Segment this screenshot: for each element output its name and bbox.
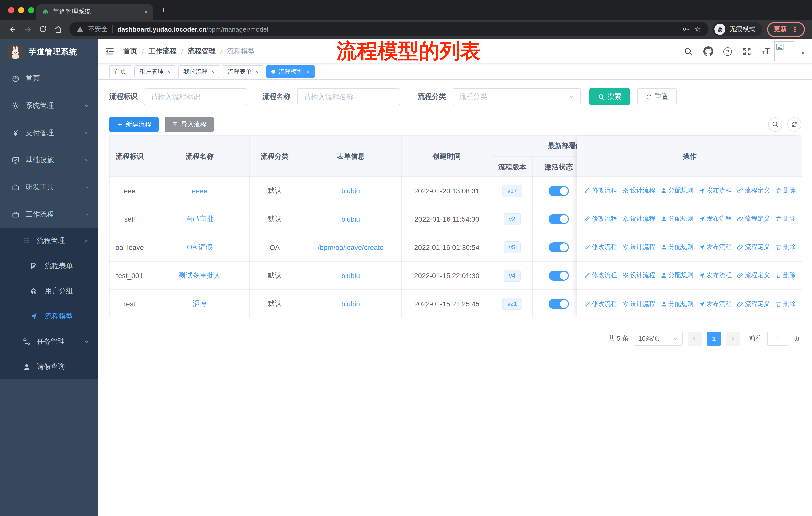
process-name-link[interactable]: 自己审批 bbox=[185, 214, 214, 223]
sidebar-item-process-model[interactable]: 流程模型 bbox=[0, 304, 98, 329]
reset-button[interactable]: 重置 bbox=[637, 88, 676, 105]
tag-close-icon[interactable]: × bbox=[211, 69, 214, 75]
tab-close-icon[interactable]: × bbox=[144, 8, 148, 15]
breadcrumb-item-1[interactable]: 工作流程 bbox=[148, 47, 177, 56]
process-name-link[interactable]: eeee bbox=[192, 187, 207, 195]
tag-close-icon[interactable]: × bbox=[255, 69, 259, 75]
next-page-button[interactable] bbox=[726, 332, 740, 346]
import-process-button[interactable]: 导入流程 bbox=[165, 117, 214, 132]
avatar[interactable] bbox=[774, 41, 794, 61]
action-design-link[interactable]: 设计流程 bbox=[622, 215, 655, 223]
refresh-table-button[interactable] bbox=[787, 117, 802, 132]
action-delete-link[interactable]: 删除 bbox=[775, 300, 795, 308]
fullscreen-icon[interactable] bbox=[742, 47, 752, 56]
show-search-button[interactable] bbox=[768, 117, 782, 132]
action-delete-link[interactable]: 删除 bbox=[775, 271, 795, 280]
sidebar-item-devtools[interactable]: 研发工具 bbox=[0, 174, 98, 201]
form-info-link[interactable]: biubiu bbox=[341, 271, 360, 279]
action-delete-link[interactable]: 删除 bbox=[775, 186, 795, 195]
tag-process-model[interactable]: 流程模型× bbox=[266, 65, 315, 78]
tag-tenant[interactable]: 租户管理× bbox=[135, 65, 175, 78]
action-edit-link[interactable]: 修改流程 bbox=[584, 186, 617, 195]
hamburger-fold-icon[interactable] bbox=[105, 46, 115, 56]
goto-page-input[interactable] bbox=[767, 332, 788, 346]
action-edit-link[interactable]: 修改流程 bbox=[584, 300, 617, 308]
sidebar-item-leave-query[interactable]: 请假查询 bbox=[0, 354, 98, 379]
new-tab-button[interactable]: + bbox=[161, 5, 166, 16]
action-publish-link[interactable]: 发布流程 bbox=[698, 186, 732, 195]
key-icon[interactable] bbox=[682, 25, 690, 33]
filter-key-input[interactable] bbox=[144, 88, 247, 105]
search-icon[interactable] bbox=[684, 47, 693, 56]
action-definition-link[interactable]: 流程定义 bbox=[737, 271, 770, 280]
filter-category-select[interactable]: 流程分类 bbox=[453, 88, 581, 105]
sidebar-item-user-group[interactable]: 用户分组 bbox=[0, 279, 98, 304]
action-assign-link[interactable]: 分配规则 bbox=[660, 186, 693, 195]
sidebar-item-infra[interactable]: 基础设施 bbox=[0, 147, 98, 174]
action-edit-link[interactable]: 修改流程 bbox=[584, 271, 617, 280]
caret-down-icon[interactable]: ▾ bbox=[802, 50, 805, 56]
form-info-link[interactable]: biubiu bbox=[341, 187, 360, 195]
help-icon[interactable]: ? bbox=[723, 47, 732, 56]
browser-tab[interactable]: 芋道管理系统 × bbox=[36, 4, 153, 20]
tag-close-icon[interactable]: × bbox=[167, 69, 170, 75]
home-icon[interactable] bbox=[50, 22, 65, 37]
process-name-link[interactable]: 滔博 bbox=[193, 299, 207, 308]
breadcrumb-item-0[interactable]: 首页 bbox=[123, 47, 138, 56]
tag-close-icon[interactable]: × bbox=[306, 69, 310, 75]
reload-icon[interactable] bbox=[35, 22, 50, 37]
action-definition-link[interactable]: 流程定义 bbox=[737, 215, 770, 223]
browser-update-button[interactable]: 更新 ⋮ bbox=[767, 22, 805, 36]
prev-page-button[interactable] bbox=[688, 332, 702, 346]
action-design-link[interactable]: 设计流程 bbox=[622, 271, 655, 280]
active-toggle[interactable] bbox=[549, 270, 569, 280]
forward-icon[interactable] bbox=[20, 22, 35, 37]
minimize-window-button[interactable] bbox=[18, 7, 24, 13]
address-bar[interactable]: 不安全 dashboard.yudao.iocoder.cn/bpm/manag… bbox=[69, 22, 708, 36]
action-delete-link[interactable]: 删除 bbox=[775, 243, 795, 251]
action-edit-link[interactable]: 修改流程 bbox=[584, 215, 617, 223]
active-toggle[interactable] bbox=[549, 299, 569, 309]
sidebar-item-workflow[interactable]: 工作流程 bbox=[0, 201, 98, 228]
tag-process-form[interactable]: 流程表单× bbox=[223, 65, 264, 78]
process-name-link[interactable]: OA 请假 bbox=[187, 243, 213, 252]
action-assign-link[interactable]: 分配规则 bbox=[660, 300, 693, 308]
bookmark-star-icon[interactable]: ☆ bbox=[694, 25, 701, 34]
sidebar-item-payment[interactable]: 支付管理 bbox=[0, 119, 98, 147]
action-publish-link[interactable]: 发布流程 bbox=[698, 243, 732, 251]
back-icon[interactable] bbox=[5, 22, 20, 37]
page-size-select[interactable]: 10条/页 bbox=[634, 332, 683, 346]
breadcrumb-item-2[interactable]: 流程管理 bbox=[188, 47, 216, 56]
close-window-button[interactable] bbox=[8, 7, 14, 13]
sidebar-item-task-mgmt[interactable]: 任务管理 bbox=[0, 329, 98, 354]
action-assign-link[interactable]: 分配规则 bbox=[660, 243, 693, 251]
form-info-link[interactable]: biubiu bbox=[341, 300, 360, 308]
action-publish-link[interactable]: 发布流程 bbox=[698, 300, 732, 308]
github-icon[interactable] bbox=[703, 46, 713, 56]
process-name-link[interactable]: 测试多审批人 bbox=[178, 271, 221, 280]
browser-menu-icon[interactable]: ⋮ bbox=[791, 25, 799, 33]
create-process-button[interactable]: 新建流程 bbox=[109, 117, 158, 132]
active-toggle[interactable] bbox=[549, 214, 569, 224]
active-toggle[interactable] bbox=[549, 186, 569, 196]
action-design-link[interactable]: 设计流程 bbox=[622, 243, 655, 251]
action-definition-link[interactable]: 流程定义 bbox=[737, 300, 770, 308]
action-definition-link[interactable]: 流程定义 bbox=[737, 243, 770, 251]
action-publish-link[interactable]: 发布流程 bbox=[698, 271, 732, 280]
sidebar-item-process-form[interactable]: 流程表单 bbox=[0, 253, 98, 279]
sidebar-item-system[interactable]: 系统管理 bbox=[0, 92, 98, 119]
action-design-link[interactable]: 设计流程 bbox=[622, 186, 655, 195]
sidebar-item-process-mgmt[interactable]: 流程管理 bbox=[0, 228, 98, 253]
action-assign-link[interactable]: 分配规则 bbox=[660, 271, 693, 280]
action-definition-link[interactable]: 流程定义 bbox=[737, 186, 770, 195]
action-delete-link[interactable]: 删除 bbox=[775, 215, 795, 223]
active-toggle[interactable] bbox=[549, 242, 569, 252]
action-design-link[interactable]: 设计流程 bbox=[622, 300, 655, 308]
filter-name-input[interactable] bbox=[297, 88, 400, 105]
action-publish-link[interactable]: 发布流程 bbox=[698, 215, 732, 223]
font-size-icon[interactable]: TT bbox=[762, 47, 770, 56]
form-info-link[interactable]: /bpm/oa/leave/create bbox=[318, 243, 384, 251]
action-assign-link[interactable]: 分配规则 bbox=[660, 215, 693, 223]
search-button[interactable]: 搜索 bbox=[589, 88, 630, 105]
action-edit-link[interactable]: 修改流程 bbox=[584, 243, 617, 251]
